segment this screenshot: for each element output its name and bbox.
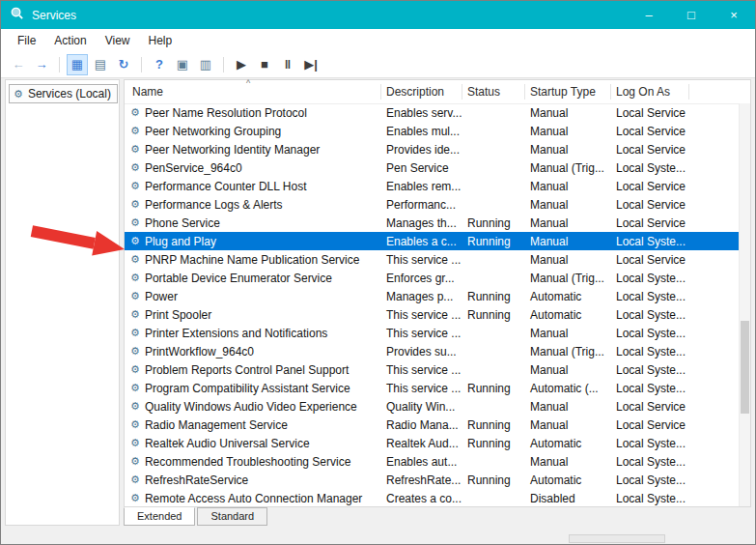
service-gear-icon: ⚙ [130, 401, 140, 412]
column-header-status[interactable]: Status [467, 85, 500, 99]
menu-action[interactable]: Action [45, 31, 96, 50]
maximize-button[interactable]: □ [670, 1, 713, 29]
stop-service-button[interactable]: ■ [255, 55, 274, 74]
column-divider[interactable] [610, 84, 611, 100]
service-row[interactable]: ⚙Recommended Troubleshooting ServiceEnab… [125, 452, 739, 471]
service-startup-type: Manual [524, 400, 610, 414]
service-row[interactable]: ⚙Plug and PlayEnables a c...RunningManua… [125, 232, 739, 250]
service-row[interactable]: ⚙Radio Management ServiceRadio Mana...Ru… [125, 416, 739, 434]
service-description: Enables rem... [380, 180, 462, 193]
service-row[interactable]: ⚙Portable Device Enumerator ServiceEnfor… [125, 269, 739, 287]
service-logon-as: Local Syste... [610, 345, 739, 359]
list-body: ⚙Peer Name Resolution ProtocolEnables se… [125, 103, 739, 506]
service-row[interactable]: ⚙PrintWorkflow_964c0Provides su...Manual… [125, 342, 739, 360]
column-divider[interactable] [524, 84, 525, 100]
menu-help[interactable]: Help [140, 31, 182, 50]
service-row[interactable]: ⚙RefreshRateServiceRefreshRate...Running… [125, 471, 739, 489]
refresh-button[interactable]: ↻ [114, 55, 133, 74]
service-gear-icon: ⚙ [130, 474, 140, 485]
service-gear-icon: ⚙ [130, 419, 140, 430]
service-startup-type: Manual [524, 198, 610, 212]
title-bar: Services – □ × [1, 1, 755, 29]
service-name: PrintWorkflow_964c0 [145, 345, 254, 359]
service-logon-as: Local Syste... [610, 161, 739, 175]
service-description: This service ... [380, 382, 462, 395]
service-startup-type: Manual [524, 216, 610, 230]
service-startup-type: Manual [524, 235, 610, 248]
service-row[interactable]: ⚙PenService_964c0Pen ServiceManual (Trig… [125, 158, 739, 177]
service-startup-type: Automatic [524, 290, 610, 303]
service-name: PNRP Machine Name Publication Service [145, 253, 360, 267]
services-list-pane: NameDescriptionStatusStartup TypeLog On … [124, 79, 751, 507]
menu-file[interactable]: File [9, 31, 45, 50]
window-title: Services [32, 9, 76, 22]
service-row[interactable]: ⚙Realtek Audio Universal ServiceRealtek … [125, 434, 739, 452]
service-row[interactable]: ⚙Quality Windows Audio Video ExperienceQ… [125, 397, 739, 416]
start-service-button[interactable]: ▶ [232, 55, 251, 74]
service-row[interactable]: ⚙Peer Name Resolution ProtocolEnables se… [125, 103, 739, 122]
service-row[interactable]: ⚙Phone ServiceManages th...RunningManual… [125, 214, 739, 232]
service-row[interactable]: ⚙Performance Logs & AlertsPerformanc...M… [125, 195, 739, 214]
service-row[interactable]: ⚙Program Compatibility Assistant Service… [125, 379, 739, 397]
service-row[interactable]: ⚙Performance Counter DLL HostEnables rem… [125, 177, 739, 195]
service-logon-as: Local Syste... [610, 382, 739, 395]
export-list-button[interactable]: ▤ [91, 55, 110, 74]
menu-view[interactable]: View [97, 31, 140, 50]
tab-standard[interactable]: Standard [197, 507, 267, 526]
help-button[interactable]: ? [150, 55, 169, 74]
restart-service-button[interactable]: ▶| [301, 55, 321, 74]
service-startup-type: Disabled [524, 492, 610, 505]
horizontal-scrollbar-thumb[interactable] [569, 534, 665, 543]
service-row[interactable]: ⚙Peer Networking Identity ManagerProvide… [125, 140, 739, 158]
column-divider[interactable] [462, 84, 462, 100]
minimize-button[interactable]: – [628, 1, 670, 29]
show-console-tree-button[interactable]: ▦ [68, 55, 87, 74]
back-arrow-button[interactable]: ← [9, 55, 28, 74]
service-logon-as: Local Service [610, 418, 739, 432]
column-header-log-on-as[interactable]: Log On As [616, 85, 670, 99]
toolbar-separator [141, 57, 142, 72]
column-divider[interactable] [688, 84, 689, 100]
service-status: Running [462, 418, 524, 432]
vertical-scrollbar-thumb[interactable] [741, 321, 749, 414]
vertical-scrollbar[interactable] [739, 103, 750, 506]
service-name: Plug and Play [145, 235, 216, 248]
console-tree-pane: ⚙ Services (Local) [5, 79, 120, 526]
service-logon-as: Local Syste... [610, 235, 739, 248]
services-window: Services – □ × FileActionViewHelp ←→▦▤↻?… [0, 0, 756, 545]
filter-button[interactable]: ▥ [196, 55, 215, 74]
toolbar-separator [59, 57, 60, 72]
service-status: Running [462, 216, 524, 230]
pause-service-button[interactable]: ‖ [278, 55, 297, 74]
tab-extended[interactable]: Extended [124, 507, 195, 526]
service-row[interactable]: ⚙Printer Extensions and NotificationsThi… [125, 324, 739, 342]
service-row[interactable]: ⚙PowerManages p...RunningAutomaticLocal … [125, 287, 739, 305]
service-description: This service ... [380, 308, 462, 322]
toolbar-separator [223, 57, 224, 72]
service-row[interactable]: ⚙Print SpoolerThis service ...RunningAut… [125, 305, 739, 324]
service-name: Radio Management Service [145, 418, 288, 432]
column-header-description[interactable]: Description [386, 85, 444, 99]
service-startup-type: Manual [524, 253, 610, 267]
service-name: Performance Counter DLL Host [145, 180, 307, 193]
service-gear-icon: ⚙ [130, 456, 140, 467]
column-divider[interactable] [380, 84, 381, 100]
service-logon-as: Local Syste... [610, 455, 739, 469]
service-logon-as: Local Syste... [610, 308, 739, 322]
service-description: Pen Service [380, 161, 462, 175]
service-row[interactable]: ⚙Remote Access Auto Connection ManagerCr… [125, 489, 739, 506]
service-description: Enables mul... [380, 125, 462, 138]
service-logon-as: Local Service [610, 106, 739, 120]
column-header-name[interactable]: Name [132, 85, 163, 99]
close-button[interactable]: × [713, 1, 755, 29]
service-row[interactable]: ⚙Peer Networking GroupingEnables mul...M… [125, 122, 739, 140]
service-row[interactable]: ⚙PNRP Machine Name Publication ServiceTh… [125, 250, 739, 269]
tree-item-services-local[interactable]: ⚙ Services (Local) [9, 84, 118, 103]
service-gear-icon: ⚙ [130, 383, 140, 393]
service-row[interactable]: ⚙Problem Reports Control Panel SupportTh… [125, 360, 739, 379]
properties-button[interactable]: ▣ [173, 55, 192, 74]
service-startup-type: Automatic [524, 437, 610, 450]
forward-arrow-button[interactable]: → [32, 55, 51, 74]
column-header-startup-type[interactable]: Startup Type [530, 85, 596, 99]
service-gear-icon: ⚙ [130, 162, 140, 173]
